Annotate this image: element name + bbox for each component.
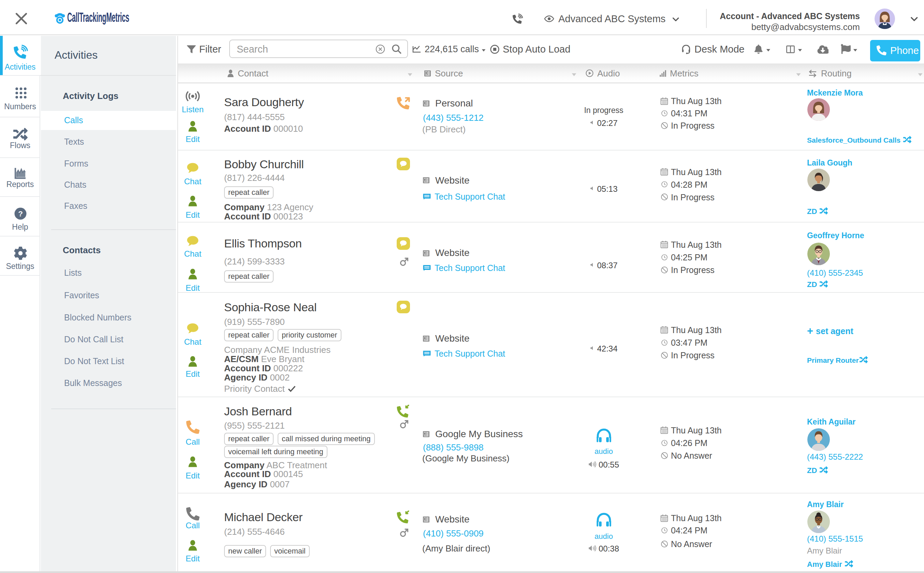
svg-text:?: ? [18, 210, 23, 218]
